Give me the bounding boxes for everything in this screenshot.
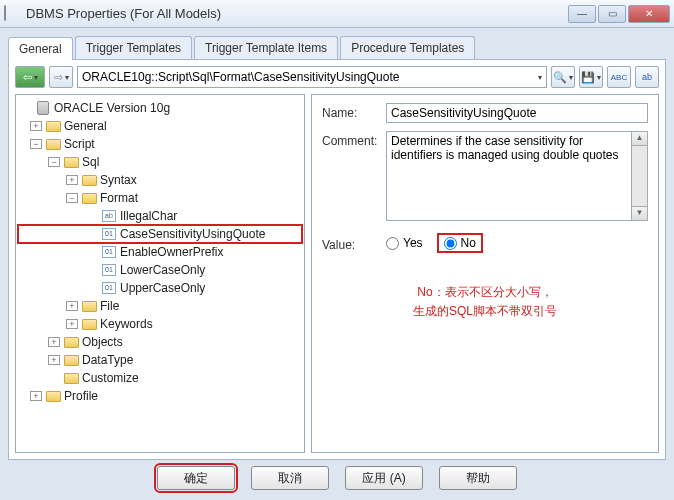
dialog-buttons: 确定 取消 应用 (A) 帮助 [0,466,674,490]
tree-item-uppercase[interactable]: 01UpperCaseOnly [18,279,302,297]
radio-yes-label: Yes [403,236,423,250]
value-label: Value: [322,235,386,252]
folder-icon [45,119,61,133]
tab-trigger-templates[interactable]: Trigger Templates [75,36,192,59]
nav-back-button[interactable]: ⇦▾ [15,66,45,88]
tree-item-customize[interactable]: Customize [18,369,302,387]
tab-trigger-template-items[interactable]: Trigger Template Items [194,36,338,59]
folder-icon [63,371,79,385]
help-button[interactable]: 帮助 [439,466,517,490]
radio-no-label: No [461,236,476,250]
expand-icon[interactable]: + [48,337,60,347]
annotation-line: No：表示不区分大小写， [322,283,648,302]
scroll-down-icon[interactable]: ▼ [632,206,647,220]
tree-item-objects[interactable]: +Objects [18,333,302,351]
collapse-icon[interactable]: − [30,139,42,149]
tree-item-keywords[interactable]: +Keywords [18,315,302,333]
apply-button[interactable]: 应用 (A) [345,466,423,490]
title-bar: DBMS Properties (For All Models) — ▭ ✕ [0,0,674,28]
tree-item-lowercase[interactable]: 01LowerCaseOnly [18,261,302,279]
case-button[interactable]: ab [635,66,659,88]
tab-strip: General Trigger Templates Trigger Templa… [8,36,666,60]
find-button[interactable]: 🔍▾ [551,66,575,88]
tree-label: Keywords [100,317,153,331]
tree-label: Customize [82,371,139,385]
maximize-button[interactable]: ▭ [598,5,626,23]
annotation-line: 生成的SQL脚本不带双引号 [322,302,648,321]
folder-icon [45,389,61,403]
tree-label: Format [100,191,138,205]
expand-icon[interactable]: + [30,121,42,131]
tree-item-sql[interactable]: −Sql [18,153,302,171]
tree-label: File [100,299,119,313]
tree-item-datatype[interactable]: +DataType [18,351,302,369]
tab-procedure-templates[interactable]: Procedure Templates [340,36,475,59]
folder-icon [63,155,79,169]
app-icon [4,6,20,22]
tree-item-general[interactable]: +General [18,117,302,135]
tree-item-illegalchar[interactable]: abIllegalChar [18,207,302,225]
comment-textarea[interactable]: Determines if the case sensitivity for i… [386,131,632,221]
tree-item-enableowner[interactable]: 01EnableOwnerPrefix [18,243,302,261]
tree-label: DataType [82,353,133,367]
collapse-icon[interactable]: − [48,157,60,167]
tree-label: CaseSensitivityUsingQuote [120,227,265,241]
expand-icon[interactable]: + [30,391,42,401]
leaf-icon: 01 [101,245,117,259]
database-icon [35,101,51,115]
tree-item-profile[interactable]: +Profile [18,387,302,405]
tree-item-script[interactable]: −Script [18,135,302,153]
tree-item-syntax[interactable]: +Syntax [18,171,302,189]
tree-label: Script [64,137,95,151]
expand-icon[interactable]: + [66,301,78,311]
tree-label: Sql [82,155,99,169]
tree-label: EnableOwnerPrefix [120,245,223,259]
tree-item-file[interactable]: +File [18,297,302,315]
scrollbar[interactable]: ▲ ▼ [632,131,648,221]
scroll-up-icon[interactable]: ▲ [632,132,647,146]
folder-icon [81,299,97,313]
folder-icon [81,191,97,205]
tab-general[interactable]: General [8,37,73,60]
expand-icon[interactable]: + [66,175,78,185]
folder-icon [81,317,97,331]
tree-label: UpperCaseOnly [120,281,205,295]
minimize-button[interactable]: — [568,5,596,23]
tree-label: IllegalChar [120,209,177,223]
folder-icon [81,173,97,187]
tree-label: Syntax [100,173,137,187]
expand-icon[interactable]: + [48,355,60,365]
folder-icon [63,335,79,349]
save-button[interactable]: 💾▾ [579,66,603,88]
name-label: Name: [322,103,386,123]
expand-icon[interactable]: + [66,319,78,329]
name-input[interactable] [386,103,648,123]
radio-yes[interactable]: Yes [386,236,423,250]
ok-button[interactable]: 确定 [157,466,235,490]
tree-item-casesensitivity[interactable]: 01CaseSensitivityUsingQuote [18,225,302,243]
tree-label: Objects [82,335,123,349]
spellcheck-button[interactable]: ABC [607,66,631,88]
toolbar: ⇦▾ ⇨▾ ORACLE10g::Script\Sql\Format\CaseS… [15,66,659,88]
path-input[interactable]: ORACLE10g::Script\Sql\Format\CaseSensiti… [77,66,547,88]
collapse-icon[interactable]: − [66,193,78,203]
properties-pane: Name: Comment: Determines if the case se… [311,94,659,453]
window-title: DBMS Properties (For All Models) [26,6,568,21]
tree-label: ORACLE Version 10g [54,101,170,115]
folder-icon [45,137,61,151]
leaf-icon: 01 [101,281,117,295]
comment-label: Comment: [322,131,386,221]
leaf-icon: 01 [101,263,117,277]
tree-pane[interactable]: ORACLE Version 10g +General −Script −Sql… [15,94,305,453]
cancel-button[interactable]: 取消 [251,466,329,490]
tab-content: ⇦▾ ⇨▾ ORACLE10g::Script\Sql\Format\CaseS… [8,60,666,460]
annotation-text: No：表示不区分大小写， 生成的SQL脚本不带双引号 [322,283,648,321]
tree-root[interactable]: ORACLE Version 10g [18,99,302,117]
window-buttons: — ▭ ✕ [568,5,670,23]
tree-item-format[interactable]: −Format [18,189,302,207]
radio-no[interactable]: No [437,233,483,253]
close-button[interactable]: ✕ [628,5,670,23]
nav-forward-button[interactable]: ⇨▾ [49,66,73,88]
chevron-down-icon: ▾ [538,73,542,82]
leaf-icon: 01 [101,227,117,241]
